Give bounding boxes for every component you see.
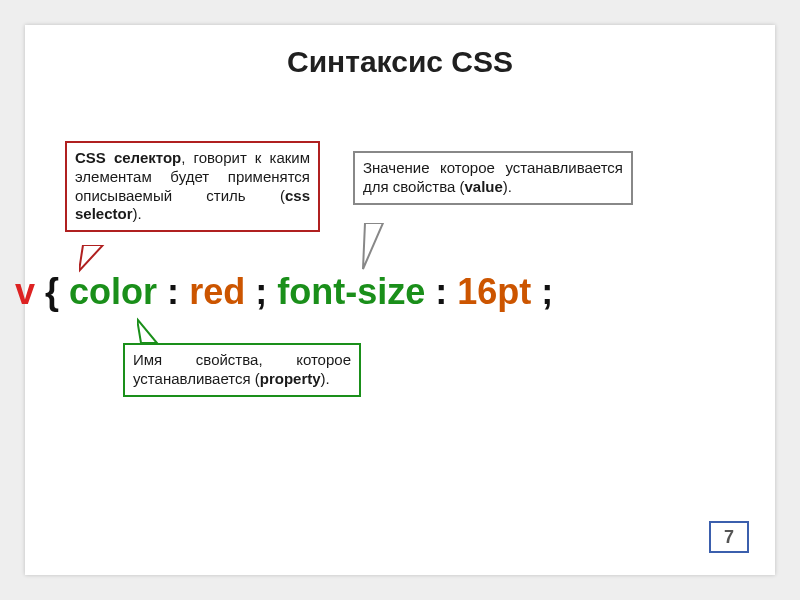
page-number: 7: [709, 521, 749, 553]
slide: Синтаксис CSS CSS селектор, говорит к ка…: [25, 25, 775, 575]
callout-value: Значение которое устанавливается для сво…: [353, 151, 633, 205]
callout-selector-tail: ).: [133, 205, 142, 222]
svg-marker-2: [137, 319, 157, 343]
code-selector: v: [15, 271, 35, 312]
slide-title: Синтаксис CSS: [33, 45, 767, 79]
callout-property-tail: ).: [321, 370, 330, 387]
callout-property-pointer: [137, 317, 165, 345]
slide-frame: Синтаксис CSS CSS селектор, говорит к ка…: [33, 33, 767, 567]
code-brace-open: {: [45, 271, 59, 312]
svg-marker-0: [79, 245, 103, 271]
callout-property-bold: property: [260, 370, 321, 387]
code-prop2: font-size: [277, 271, 425, 312]
callout-value-pointer: [361, 223, 387, 271]
code-semi1: ;: [255, 271, 267, 312]
css-code-line: v { color : red ; font-size : 16pt ;: [15, 271, 553, 313]
callout-selector-bold1: CSS селектор: [75, 149, 181, 166]
callout-selector-pointer: [79, 245, 109, 273]
callout-value-tail: ).: [503, 178, 512, 195]
code-val1: red: [189, 271, 245, 312]
code-colon1: :: [167, 271, 179, 312]
code-val2: 16pt: [457, 271, 531, 312]
callout-selector: CSS селектор, говорит к каким элементам …: [65, 141, 320, 232]
callout-value-bold: value: [465, 178, 503, 195]
callout-property: Имя свойства, которое устанавливается (p…: [123, 343, 361, 397]
svg-marker-1: [363, 223, 383, 269]
code-colon2: :: [435, 271, 447, 312]
code-prop1: color: [69, 271, 157, 312]
code-semi2: ;: [541, 271, 553, 312]
